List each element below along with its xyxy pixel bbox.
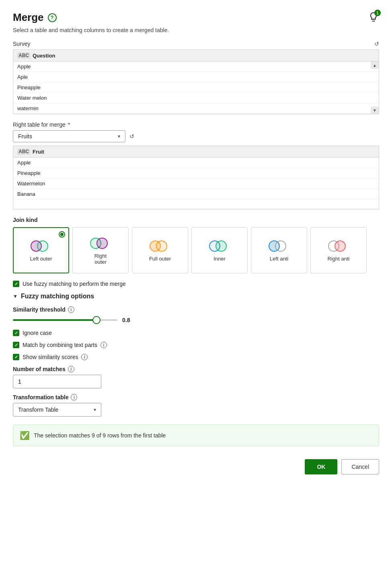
table-row[interactable]: Watermelon	[13, 179, 379, 189]
join-kind-label: Join kind	[13, 217, 379, 223]
required-star: *	[68, 121, 70, 128]
fruits-col-label: Fruit	[33, 149, 44, 155]
right-table-label-text: Right table for merge *	[13, 121, 70, 128]
table-row[interactable]: Banana	[13, 189, 379, 199]
circle-right	[215, 240, 227, 252]
survey-col-label: Question	[33, 53, 55, 59]
right-table-label: Right table for merge *	[13, 121, 379, 128]
fuzzy-check-label: Use fuzzy matching to perform the merge	[23, 281, 126, 287]
slider-fill	[13, 319, 96, 321]
ignore-case-label: Ignore case	[23, 330, 52, 336]
transform-chevron-icon: ▾	[94, 407, 96, 413]
join-label-full-outer: Full outer	[149, 256, 171, 262]
join-label-left-outer: Left outer	[30, 256, 52, 262]
left-anti-venn	[269, 239, 289, 253]
show-similarity-info-icon[interactable]: i	[81, 354, 88, 360]
survey-table-scroll: ▲ Apple Aple Pineapple Water melon water…	[13, 62, 379, 114]
selected-dot	[59, 231, 65, 238]
table-row[interactable]: Apple	[13, 62, 379, 72]
right-table-dropdown[interactable]: Fruits ▾	[13, 130, 125, 142]
join-option-right-anti[interactable]: Right anti	[310, 227, 367, 273]
footer-buttons: OK Cancel	[13, 456, 379, 474]
survey-col-icon: ABC	[17, 52, 30, 59]
fruits-col-icon: ABC	[17, 148, 30, 155]
transform-section: Transformation table i Transform Table ▾	[13, 394, 379, 417]
similarity-slider-track	[13, 319, 117, 321]
match-combining-label: Match by combining text parts	[23, 342, 97, 348]
transform-label: Transformation table i	[13, 394, 379, 400]
success-banner: ✅ The selection matches 9 of 9 rows from…	[13, 425, 379, 446]
fruits-table-body: Apple Pineapple Watermelon Banana	[13, 158, 379, 209]
merge-dialog: Merge ? 1 Select a table and matching co…	[0, 0, 392, 583]
show-similarity-checkbox[interactable]	[13, 354, 19, 360]
right-table-section: Right table for merge * Fruits ▾ ↺ ABC F…	[13, 121, 379, 209]
table-row[interactable]	[13, 199, 379, 209]
join-option-right-outer[interactable]: Rightouter	[72, 227, 129, 273]
success-text: The selection matches 9 of 9 rows from t…	[34, 432, 166, 439]
table-row[interactable]: watermin	[13, 103, 379, 114]
circle-right	[37, 240, 48, 252]
ok-button[interactable]: OK	[305, 459, 337, 474]
num-matches-section: Number of matches i	[13, 366, 379, 388]
table-row[interactable]: Aple	[13, 72, 379, 82]
dialog-title: Merge	[13, 11, 44, 24]
match-combining-info-icon[interactable]: i	[101, 342, 107, 348]
num-matches-label: Number of matches i	[13, 366, 379, 372]
show-similarity-label: Show similarity scores	[23, 354, 78, 360]
transform-table-dropdown[interactable]: Transform Table ▾	[13, 403, 101, 417]
table-row[interactable]: Pineapple	[13, 82, 379, 93]
fuzzy-check-row: Use fuzzy matching to perform the merge	[13, 281, 379, 287]
table-row[interactable]: Pineapple	[13, 168, 379, 179]
chevron-down-icon: ▾	[118, 133, 120, 139]
left-outer-venn	[31, 239, 51, 253]
circle-right	[156, 240, 167, 252]
survey-table: ABC Question ▲ Apple Aple Pineapple Wate…	[13, 49, 379, 114]
join-option-full-outer[interactable]: Full outer	[132, 227, 188, 273]
join-option-inner[interactable]: Inner	[191, 227, 248, 273]
full-outer-venn	[150, 239, 170, 253]
transform-info-icon[interactable]: i	[71, 394, 77, 400]
table-row[interactable]: Water melon	[13, 93, 379, 103]
title-area: Merge ?	[13, 11, 57, 24]
fruits-table-header: ABC Fruit	[13, 146, 379, 158]
join-label-inner: Inner	[213, 256, 226, 262]
dropdown-row: Fruits ▾ ↺	[13, 130, 379, 142]
survey-scroll-down[interactable]: ▼	[371, 107, 379, 114]
match-combining-checkbox[interactable]	[13, 342, 19, 348]
match-combining-row: Match by combining text parts i	[13, 342, 379, 348]
slider-row: 0.8	[13, 317, 379, 323]
join-label-right-anti: Right anti	[328, 256, 350, 262]
survey-section-label: Survey ↺	[13, 41, 379, 47]
help-icon[interactable]: ?	[48, 13, 57, 22]
join-option-left-anti[interactable]: Left anti	[251, 227, 307, 273]
header: Merge ? 1	[13, 11, 379, 24]
table-row[interactable]: Apple	[13, 158, 379, 168]
collapse-arrow-icon[interactable]: ▼	[13, 294, 18, 299]
ignore-case-checkbox[interactable]	[13, 330, 19, 336]
right-outer-venn	[90, 236, 111, 250]
success-icon: ✅	[20, 431, 30, 440]
num-matches-info-icon[interactable]: i	[68, 366, 74, 372]
circle-right	[335, 240, 346, 252]
transform-selected: Transform Table	[18, 406, 58, 413]
fuzzy-section-title: ▼ Fuzzy matching options	[13, 293, 379, 300]
survey-table-body: Apple Aple Pineapple Water melon watermi…	[13, 62, 379, 114]
ignore-case-row: Ignore case	[13, 330, 379, 336]
fuzzy-checkbox[interactable]	[13, 281, 19, 287]
survey-refresh-button[interactable]: ↺	[374, 41, 379, 47]
lightbulb-badge: 1	[374, 10, 381, 16]
right-table-selected: Fruits	[18, 133, 32, 140]
num-matches-input[interactable]	[13, 375, 101, 388]
threshold-label: Similarity threshold i	[13, 306, 379, 313]
threshold-info-icon[interactable]: i	[68, 306, 74, 313]
show-similarity-row: Show similarity scores i	[13, 354, 379, 360]
circle-right	[96, 238, 108, 249]
fruits-table: ABC Fruit Apple Pineapple Watermelon Ban…	[13, 146, 379, 209]
lightbulb-button[interactable]: 1	[368, 11, 379, 24]
cancel-button[interactable]: Cancel	[341, 459, 379, 474]
inner-venn	[209, 239, 230, 253]
join-option-left-outer[interactable]: Left outer	[13, 227, 69, 273]
circle-right	[275, 240, 286, 252]
similarity-slider-thumb[interactable]	[92, 316, 101, 324]
right-table-refresh-button[interactable]: ↺	[129, 133, 134, 140]
